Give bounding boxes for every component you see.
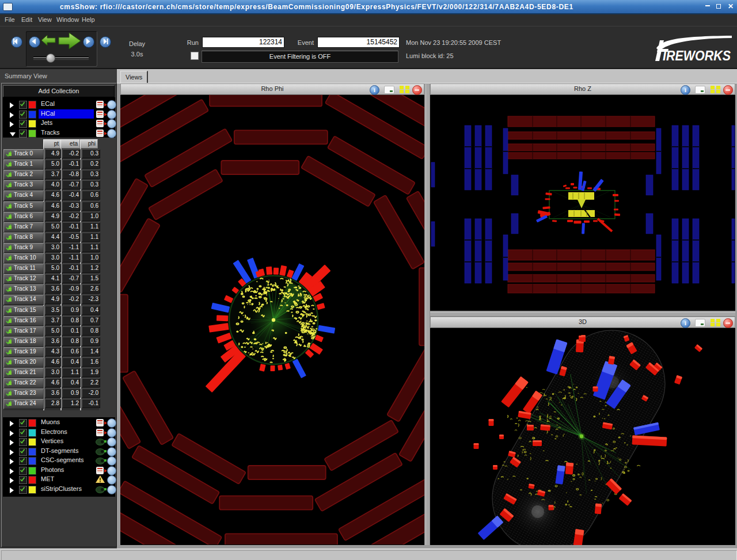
svg-text:IREWORKS: IREWORKS [663,48,731,63]
